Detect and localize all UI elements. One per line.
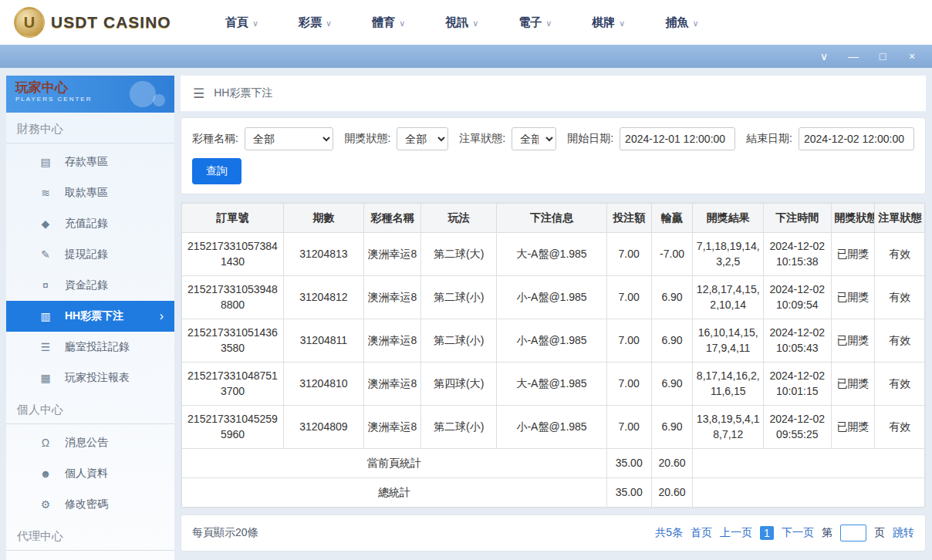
cell-order_no: 2152173310539488800 <box>182 276 284 319</box>
table-row: 215217331057384143031204813澳洲幸运8第二球(大)大-… <box>182 233 925 276</box>
sidebar-item-label: 資金記錄 <box>65 278 108 292</box>
sidebar-item-cashout-record[interactable]: ✎提現記錄 <box>6 239 174 270</box>
money-icon: ¤ <box>39 279 52 292</box>
table-body: 215217331057384143031204813澳洲幸运8第二球(大)大-… <box>182 233 925 508</box>
current-page-button[interactable]: 1 <box>760 526 774 540</box>
coins-icon: ≋ <box>39 187 52 199</box>
sidebar-section-agent: 代理中心 <box>6 520 174 551</box>
cell-draw_status: 已開獎 <box>831 276 875 319</box>
nav-item-home[interactable]: 首頁∨ <box>225 15 258 30</box>
chevron-down-icon[interactable]: ∨ <box>818 51 830 62</box>
first-page-link[interactable]: 首页 <box>691 526 712 540</box>
summary-label: 當前頁統計 <box>182 449 607 478</box>
cell-lottery_name: 澳洲幸运8 <box>363 406 420 449</box>
nav-item-label: 首頁 <box>225 15 248 29</box>
close-button[interactable]: × <box>906 51 918 62</box>
recharge-icon: ◆ <box>39 218 52 230</box>
summary-row-current-page-total: 當前頁統計35.0020.60 <box>182 449 925 478</box>
sidebar-item-change-password[interactable]: ⚙修改密碼 <box>6 489 174 520</box>
user-icon: ☻ <box>39 467 52 480</box>
cell-bet_info: 大-A盤@1.985 <box>497 363 607 406</box>
cell-bet_amount: 7.00 <box>606 406 651 449</box>
cell-bet_info: 大-A盤@1.985 <box>497 233 607 276</box>
sidebar-item-hh-lottery-bets[interactable]: ▥HH彩票下注› <box>6 301 174 332</box>
summary-win-loss-total: 20.60 <box>651 449 693 478</box>
summary-empty <box>693 478 925 508</box>
table-header-row: 訂單號期數彩種名稱玩法下注信息投注額輸贏開獎結果下注時間開獎狀態注單狀態 <box>182 204 925 233</box>
sidebar-item-withdraw-zone[interactable]: ≋取款專區 <box>6 177 174 208</box>
filter-input-end-date[interactable] <box>799 127 914 150</box>
gamepad-icon <box>130 81 156 107</box>
cell-lottery_name: 澳洲幸运8 <box>363 233 420 276</box>
sidebar-section-personal: 個人中心 <box>6 393 174 424</box>
cell-draw_result: 8,17,14,16,2,11,6,15 <box>693 363 763 406</box>
nav-item-fishing[interactable]: 捕魚∨ <box>665 15 698 30</box>
cell-period: 31204812 <box>283 276 363 319</box>
cell-lottery_name: 澳洲幸运8 <box>363 319 420 363</box>
jump-prefix-label: 第 <box>822 526 832 540</box>
sidebar-item-label: 廳室投註記錄 <box>65 340 130 354</box>
nav-item-lottery[interactable]: 彩票∨ <box>299 15 332 30</box>
cell-bet_status: 有效 <box>875 319 925 363</box>
column-header-period: 期數 <box>283 204 363 233</box>
sidebar-item-deposit-zone[interactable]: ▤存款專區 <box>6 147 174 177</box>
nav-item-slots[interactable]: 電子∨ <box>518 15 552 30</box>
cell-win_loss: -7.00 <box>651 233 693 276</box>
cell-lottery_name: 澳洲幸运8 <box>363 363 420 406</box>
document-icon: ▥ <box>39 310 52 322</box>
nav-item-label: 棋牌 <box>592 15 615 29</box>
filter-select-lottery-name[interactable]: 全部 <box>245 127 334 150</box>
column-header-order_no: 訂單號 <box>182 204 284 233</box>
cell-order_no: 2152173310487513700 <box>182 363 284 406</box>
usdt-logo-icon: U <box>14 7 45 38</box>
column-header-draw_result: 開獎結果 <box>693 204 763 233</box>
hamburger-icon[interactable]: ☰ <box>193 86 204 102</box>
summary-bet-total: 35.00 <box>606 478 651 508</box>
cell-draw_status: 已開獎 <box>831 233 875 276</box>
sidebar-item-announcements[interactable]: Ω消息公告 <box>6 427 174 458</box>
table-row: 215217331053948880031204812澳洲幸运8第二球(小)小-… <box>182 276 925 319</box>
filter-label-bet-status: 注單狀態: <box>459 132 505 146</box>
nav-item-live-video[interactable]: 視訊∨ <box>445 15 478 30</box>
chevron-down-icon: ∨ <box>326 19 332 28</box>
cell-period: 31204811 <box>283 319 363 363</box>
table-row: 215217331045259596031204809澳洲幸运8第二球(小)小-… <box>182 406 925 449</box>
pagination-bar: 每頁顯示20條 共5条 首页 上一页 1 下一页 第 页 跳转 <box>181 514 926 552</box>
summary-label: 總統計 <box>182 478 607 508</box>
prev-page-link[interactable]: 上一页 <box>720 526 752 540</box>
top-header: U USDT CASINO 首頁∨彩票∨體育∨視訊∨電子∨棋牌∨捕魚∨ <box>0 0 932 45</box>
filter-input-start-date[interactable] <box>620 127 735 150</box>
filter-label-draw-status: 開獎狀態: <box>344 132 390 146</box>
nav-item-label: 捕魚 <box>665 15 688 29</box>
filter-select-bet-status[interactable]: 全部 <box>512 127 556 150</box>
minimize-button[interactable]: — <box>847 51 859 62</box>
logo[interactable]: U USDT CASINO <box>14 7 199 38</box>
page-size-text: 每頁顯示20條 <box>192 526 258 540</box>
cell-order_no: 2152173310573841430 <box>182 233 284 276</box>
sidebar-item-recharge-record[interactable]: ◆充值記錄 <box>6 208 174 239</box>
next-page-link[interactable]: 下一页 <box>782 526 814 540</box>
cell-bet_status: 有效 <box>875 233 925 276</box>
nav-item-board-games[interactable]: 棋牌∨ <box>592 15 625 30</box>
sidebar-item-profile[interactable]: ☻個人資料 <box>6 458 174 489</box>
sidebar-item-fund-record[interactable]: ¤資金記錄 <box>6 270 174 301</box>
cell-period: 31204810 <box>283 363 363 406</box>
cell-bet_info: 小-A盤@1.985 <box>497 406 607 449</box>
sidebar-item-hall-bet-record[interactable]: ☰廳室投註記錄 <box>6 332 174 363</box>
column-header-bet_time: 下注時間 <box>763 204 831 233</box>
cell-bet_amount: 7.00 <box>606 363 651 406</box>
table-row: 215217331048751370031204810澳洲幸运8第四球(大)大-… <box>182 363 925 406</box>
report-icon: ▦ <box>39 372 52 384</box>
search-button[interactable]: 查詢 <box>192 158 241 184</box>
cell-draw_result: 13,8,19,5,4,18,7,12 <box>693 406 763 449</box>
jump-button[interactable]: 跳转 <box>893 526 914 540</box>
cell-bet_time: 2024-12-02 10:15:38 <box>763 233 831 276</box>
sidebar-item-player-bet-report[interactable]: ▦玩家投注報表 <box>6 363 174 393</box>
nav-item-sports[interactable]: 體育∨ <box>372 15 405 30</box>
cell-draw_result: 16,10,14,15,17,9,4,11 <box>693 319 763 363</box>
filter-select-draw-status[interactable]: 全部 <box>397 127 448 150</box>
maximize-button[interactable]: □ <box>876 51 889 62</box>
page-jump-input[interactable] <box>840 525 866 541</box>
summary-empty <box>693 449 925 478</box>
cell-win_loss: 6.90 <box>651 363 693 406</box>
